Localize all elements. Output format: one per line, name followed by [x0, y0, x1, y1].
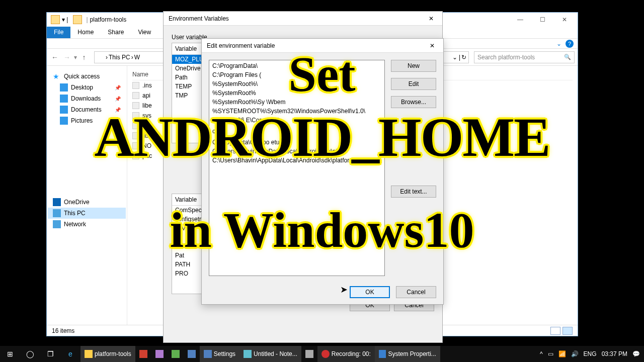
pictures-icon	[60, 117, 68, 125]
downloads-icon	[60, 95, 68, 103]
item-count: 16 items	[52, 327, 74, 334]
volume-icon[interactable]: 🔊	[571, 350, 579, 357]
system-tray[interactable]: ^ ▭ 📶 🔊 ENG 03:37 PM 💬	[536, 350, 644, 357]
battery-icon[interactable]: ▭	[548, 350, 553, 357]
close-icon[interactable]: ✕	[426, 42, 438, 49]
star-icon: ★	[53, 72, 61, 80]
dialog-title: Environment Variables	[169, 15, 229, 22]
folder-icon	[73, 15, 82, 24]
path-entry[interactable]: %SystemRoot%\Sy \Wbem	[210, 98, 383, 107]
dialog-title: Edit environment variable	[207, 42, 275, 49]
path-entry[interactable]: %SYSTEMROOT%\System32\WindowsPowerShell\…	[210, 107, 383, 116]
onedrive-icon	[53, 198, 61, 206]
clock[interactable]: 03:37 PM	[602, 350, 627, 357]
pin-icon: 📌	[115, 85, 121, 90]
sidebar-network[interactable]: Network	[48, 219, 126, 230]
recording-indicator[interactable]: Recording: 00:	[317, 346, 375, 362]
explorer-sidebar: ★Quick access Desktop📌 Downloads📌 Docume…	[47, 66, 127, 325]
start-button[interactable]: ⊞	[0, 346, 20, 362]
edit-text-button[interactable]: Edit text...	[391, 186, 436, 198]
record-icon	[321, 350, 330, 358]
path-entry[interactable]: C:\Prog x86 E\Core-Static	[210, 116, 383, 125]
tab-home[interactable]: Home	[70, 27, 101, 38]
edit-environment-variable-dialog: Edit environment variable ✕ C:\ProgramDa…	[201, 38, 444, 305]
dialog-titlebar: Edit environment variable ✕	[202, 39, 443, 53]
forward-button[interactable]: →	[62, 52, 72, 62]
taskbar-task[interactable]	[135, 346, 151, 362]
path-entry[interactable]: C:\ProgramData\	[210, 61, 383, 70]
pin-icon: 📌	[115, 96, 121, 102]
sidebar-downloads[interactable]: Downloads📌	[48, 93, 126, 104]
cortana-icon[interactable]: ◯	[20, 346, 40, 362]
taskbar-task[interactable]: platform-tools	[80, 346, 135, 362]
folder-icon	[51, 15, 60, 24]
tab-share[interactable]: Share	[101, 27, 131, 38]
titlebar-dropdown-icon[interactable]: ▾ |	[62, 16, 68, 23]
path-entries-list[interactable]: C:\ProgramData\C:\Program Files (%System…	[209, 60, 385, 276]
sidebar-documents[interactable]: Documents📌	[48, 104, 126, 115]
taskbar-task[interactable]: Settings	[200, 346, 239, 362]
sidebar-onedrive[interactable]: OneDrive	[48, 197, 126, 208]
wifi-icon[interactable]: 📶	[558, 350, 566, 357]
sidebar-quick-access[interactable]: ★Quick access	[48, 71, 126, 82]
close-icon[interactable]: ✕	[425, 15, 437, 22]
minimize-button[interactable]: —	[509, 13, 531, 27]
path-entry[interactable]: C:\Users\Bhavin\AppData\Local\Android\sd…	[210, 147, 383, 156]
tab-view[interactable]: View	[131, 27, 158, 38]
maximize-button[interactable]: ☐	[531, 13, 553, 27]
help-icon[interactable]: ?	[566, 40, 574, 48]
dialog-titlebar: Environment Variables ✕	[164, 12, 442, 26]
pin-icon: 📌	[115, 107, 121, 113]
sidebar-this-pc[interactable]: This PC	[48, 208, 126, 219]
desktop-icon	[60, 83, 68, 92]
edit-button[interactable]: Edit	[391, 78, 436, 90]
taskbar-task[interactable]	[151, 346, 168, 362]
taskbar-task[interactable]	[184, 346, 200, 362]
path-entry[interactable]: %SystemRoot%	[210, 88, 383, 98]
taskbar-task[interactable]	[301, 346, 317, 362]
large-icons-view-icon[interactable]	[562, 327, 573, 335]
notifications-icon[interactable]: 💬	[632, 350, 640, 357]
task-view-icon[interactable]: ❐	[40, 346, 60, 362]
language-indicator[interactable]: ENG	[584, 350, 597, 357]
close-button[interactable]: ✕	[553, 13, 576, 27]
search-input[interactable]: Search platform-tools	[474, 51, 575, 63]
taskbar-task[interactable]: Untitled - Note...	[239, 346, 301, 362]
back-button[interactable]: ←	[50, 52, 60, 62]
path-entry[interactable]: C:\Progra ata\Compo etup\	[210, 138, 383, 147]
documents-icon	[60, 106, 68, 114]
tray-chevron-icon[interactable]: ^	[540, 350, 543, 357]
taskbar: ⊞ ◯ ❐ e platform-toolsSettingsUntitled -…	[0, 346, 644, 362]
path-entry[interactable]: %SystemRoot%\	[210, 79, 383, 88]
sidebar-pictures[interactable]: Pictures📌	[48, 115, 126, 126]
path-entry[interactable]: on\	[210, 127, 383, 136]
new-button[interactable]: New	[391, 60, 436, 72]
refresh-icon[interactable]: ↻	[461, 54, 466, 61]
ok-button[interactable]: OK	[350, 286, 390, 298]
details-view-icon[interactable]	[550, 327, 560, 335]
tab-file[interactable]: File	[47, 27, 70, 38]
path-entry[interactable]: C:\Program Files (	[210, 70, 383, 79]
up-button[interactable]: ↑	[79, 52, 89, 62]
folder-icon	[97, 53, 105, 61]
pin-icon: 📌	[115, 118, 121, 124]
system-properties-task[interactable]: System Properti...	[375, 346, 440, 362]
network-icon	[53, 220, 61, 228]
taskbar-task[interactable]	[168, 346, 184, 362]
this-pc-icon	[53, 209, 61, 217]
system-icon	[379, 350, 386, 358]
browse-button[interactable]: Browse...	[391, 96, 436, 108]
cancel-button[interactable]: Cancel	[396, 286, 436, 298]
path-entry[interactable]: C:\Users\Bhavin\AppData\Local\Android\sd…	[210, 156, 383, 165]
sidebar-desktop[interactable]: Desktop📌	[48, 82, 126, 93]
window-title: platform-tools	[90, 16, 127, 23]
edge-icon[interactable]: e	[60, 346, 80, 362]
